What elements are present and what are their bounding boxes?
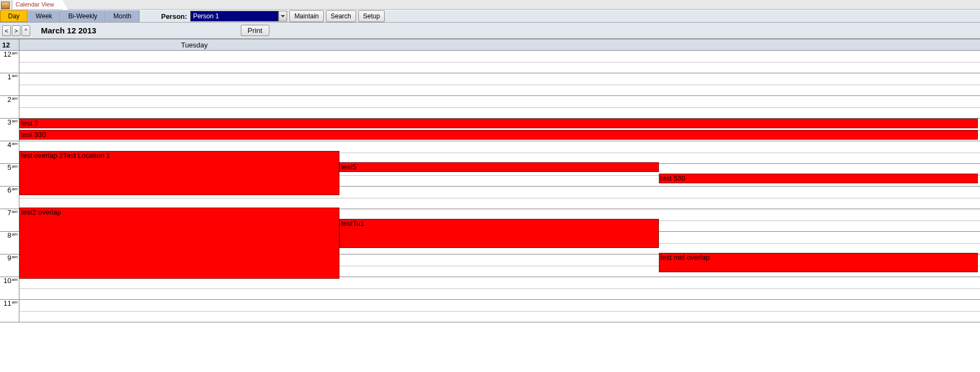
hour-label: 12am [0, 51, 19, 73]
print-button[interactable]: Print [241, 25, 269, 36]
tab-calendar-view[interactable]: Calendar View [12, 0, 62, 9]
person-dropdown-icon[interactable] [279, 11, 287, 22]
chevron-down-icon [281, 14, 285, 18]
hour-number: 8 [8, 231, 11, 239]
toolbar: Day Week Bi-Weekly Month Person: Person … [0, 10, 980, 23]
calendar-event[interactable]: test 3 [19, 119, 978, 128]
hour-ampm: am [12, 73, 18, 78]
calendar-event[interactable]: test mid overlap [659, 253, 978, 272]
nav-next-button[interactable]: > [12, 25, 20, 36]
tab-label: Calendar View [16, 1, 54, 8]
hour-ampm: am [12, 232, 18, 237]
hour-label: 7am [0, 209, 19, 232]
hour-number: 7 [8, 209, 11, 217]
hour-number: 1 [8, 73, 11, 81]
person-label: Person: [161, 12, 187, 20]
hour-ampm: am [12, 96, 18, 101]
event-label: test2 overlap [21, 208, 61, 216]
hour-ampm: am [12, 277, 18, 282]
event-label: test mid overlap [661, 253, 710, 261]
day-name: Tuesday [19, 39, 980, 50]
event-label: test 530 [661, 174, 685, 182]
hour-number: 6 [8, 186, 11, 194]
nav-prev-button[interactable]: < [2, 25, 11, 36]
calendar-event[interactable]: testTu1 [339, 219, 658, 248]
hour-number: 12 [3, 50, 11, 58]
hour-ampm: am [12, 254, 18, 259]
hour-label: 3am [0, 119, 19, 141]
calendar-event[interactable]: test5 [339, 162, 658, 172]
hour-label: 5am [0, 164, 19, 187]
hour-number: 9 [8, 254, 11, 262]
subheader: < > ^ March 12 2013 Print [0, 23, 980, 39]
nav-up-button[interactable]: ^ [22, 25, 30, 36]
hour-label: 8am [0, 232, 19, 254]
hour-number: 2 [8, 95, 11, 104]
maintain-button[interactable]: Maintain [289, 10, 323, 22]
hour-ampm: am [12, 141, 18, 146]
hour-number: 5 [8, 163, 11, 171]
hour-label: 4am [0, 141, 19, 164]
event-label: testTu1 [341, 219, 364, 228]
hour-ampm: am [12, 209, 18, 214]
hour-label: 1am [0, 73, 19, 96]
view-day-button[interactable]: Day [0, 10, 27, 22]
hour-number: 11 [3, 299, 11, 307]
view-week-button[interactable]: Week [27, 10, 60, 22]
calendar-event[interactable]: test 530 [659, 174, 978, 183]
hour-ampm: am [12, 51, 18, 56]
hour-label: 10am [0, 277, 19, 300]
hour-ampm: am [12, 164, 18, 169]
hour-ampm: am [12, 187, 18, 191]
setup-button[interactable]: Setup [358, 10, 385, 22]
hour-label: 9am [0, 254, 19, 277]
day-number: 12 [0, 39, 19, 50]
view-biweekly-button[interactable]: Bi-Weekly [60, 10, 106, 22]
person-combobox[interactable]: Person 1 [190, 11, 287, 22]
event-label: test5 [341, 163, 356, 171]
hour-ampm: am [12, 119, 18, 123]
calendar-event[interactable]: test2 overlap [19, 208, 339, 279]
nav-buttons: < > ^ [2, 25, 30, 36]
search-button[interactable]: Search [326, 10, 356, 22]
hour-number: 3 [8, 118, 11, 126]
hour-number: 10 [3, 277, 11, 285]
day-header: 12 Tuesday [0, 39, 980, 51]
calendar-event[interactable]: test 330 [19, 130, 978, 140]
person-selected-value[interactable]: Person 1 [190, 11, 279, 22]
event-label: test 330 [21, 130, 46, 139]
app-icon [1, 2, 10, 9]
tab-bar: Calendar View [0, 0, 980, 10]
hour-number: 4 [8, 141, 11, 149]
hour-label: 2am [0, 96, 19, 119]
hour-label: 6am [0, 187, 19, 209]
date-title: March 12 2013 [41, 26, 96, 35]
event-label: test 3 [21, 119, 38, 127]
view-month-button[interactable]: Month [106, 10, 140, 22]
hour-ampm: am [12, 300, 18, 305]
event-label: test overlap 2Test Location 1 [21, 151, 110, 160]
hour-label: 11am [0, 300, 19, 322]
day-grid: 12am1am2am3am4am5am6am7am8am9am10am11am … [0, 51, 980, 322]
calendar-event[interactable]: test overlap 2Test Location 1 [19, 151, 339, 195]
